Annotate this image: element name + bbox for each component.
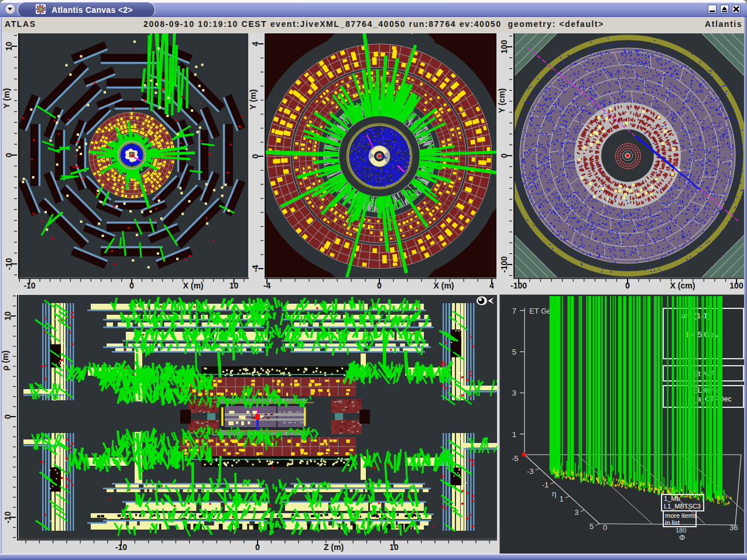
svg-text:η: η bbox=[552, 489, 556, 498]
svg-text:1: 1 bbox=[512, 430, 516, 439]
svg-text:36: 36 bbox=[729, 523, 738, 532]
svg-text:5: 5 bbox=[512, 348, 516, 356]
svg-text:1_Mb: 1_Mb bbox=[664, 495, 680, 502]
svg-text:more items: more items bbox=[665, 512, 697, 519]
svg-text:1: 1 bbox=[560, 494, 564, 503]
svg-text:3: 3 bbox=[574, 508, 578, 517]
svg-text:180: 180 bbox=[676, 527, 686, 534]
svg-text:-5: -5 bbox=[512, 454, 519, 463]
svg-text:0: 0 bbox=[603, 523, 607, 532]
svg-text:5: 5 bbox=[590, 522, 594, 531]
svg-text:-1: -1 bbox=[542, 480, 549, 489]
svg-text:7: 7 bbox=[512, 307, 516, 315]
svg-text:3: 3 bbox=[512, 389, 516, 397]
svg-text:-3: -3 bbox=[527, 467, 534, 476]
svg-text:Φ: Φ bbox=[679, 533, 685, 542]
svg-text:in list: in list bbox=[665, 519, 680, 526]
svg-text:L1_MBTSC3: L1_MBTSC3 bbox=[664, 503, 701, 510]
